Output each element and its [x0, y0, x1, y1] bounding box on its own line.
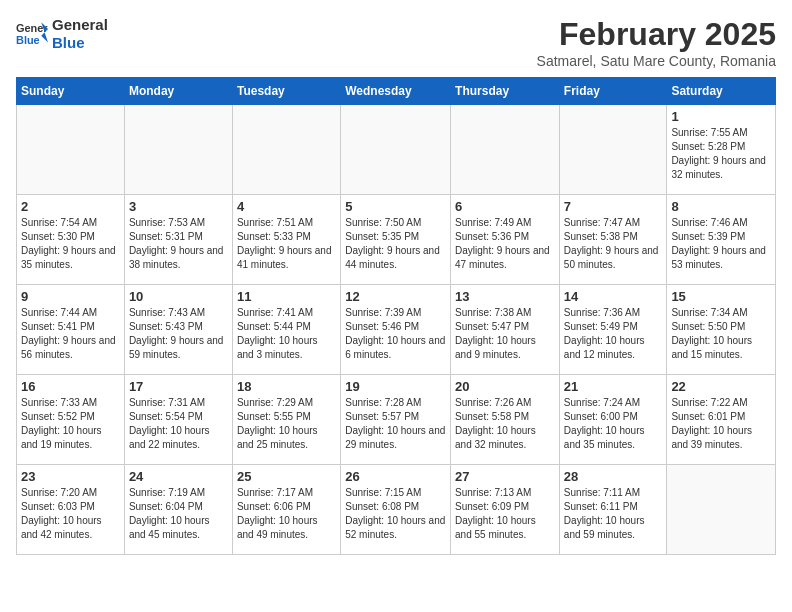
- calendar-cell: [451, 105, 560, 195]
- calendar-cell: 7Sunrise: 7:47 AM Sunset: 5:38 PM Daylig…: [559, 195, 667, 285]
- day-number: 8: [671, 199, 771, 214]
- calendar-cell: 14Sunrise: 7:36 AM Sunset: 5:49 PM Dayli…: [559, 285, 667, 375]
- day-info: Sunrise: 7:36 AM Sunset: 5:49 PM Dayligh…: [564, 306, 663, 362]
- day-number: 7: [564, 199, 663, 214]
- calendar-week-row: 2Sunrise: 7:54 AM Sunset: 5:30 PM Daylig…: [17, 195, 776, 285]
- calendar-cell: 15Sunrise: 7:34 AM Sunset: 5:50 PM Dayli…: [667, 285, 776, 375]
- day-info: Sunrise: 7:20 AM Sunset: 6:03 PM Dayligh…: [21, 486, 120, 542]
- calendar-cell: 2Sunrise: 7:54 AM Sunset: 5:30 PM Daylig…: [17, 195, 125, 285]
- calendar-cell: 9Sunrise: 7:44 AM Sunset: 5:41 PM Daylig…: [17, 285, 125, 375]
- calendar-cell: 10Sunrise: 7:43 AM Sunset: 5:43 PM Dayli…: [124, 285, 232, 375]
- calendar-cell: 17Sunrise: 7:31 AM Sunset: 5:54 PM Dayli…: [124, 375, 232, 465]
- day-number: 24: [129, 469, 228, 484]
- calendar-week-row: 1Sunrise: 7:55 AM Sunset: 5:28 PM Daylig…: [17, 105, 776, 195]
- day-header-saturday: Saturday: [667, 78, 776, 105]
- calendar-cell: [17, 105, 125, 195]
- calendar-cell: [124, 105, 232, 195]
- calendar-title-area: February 2025 Satmarel, Satu Mare County…: [537, 16, 776, 69]
- calendar-cell: 6Sunrise: 7:49 AM Sunset: 5:36 PM Daylig…: [451, 195, 560, 285]
- day-number: 25: [237, 469, 336, 484]
- calendar-cell: [667, 465, 776, 555]
- calendar-cell: 26Sunrise: 7:15 AM Sunset: 6:08 PM Dayli…: [341, 465, 451, 555]
- day-number: 3: [129, 199, 228, 214]
- day-info: Sunrise: 7:19 AM Sunset: 6:04 PM Dayligh…: [129, 486, 228, 542]
- calendar-cell: 20Sunrise: 7:26 AM Sunset: 5:58 PM Dayli…: [451, 375, 560, 465]
- day-number: 22: [671, 379, 771, 394]
- calendar-header-row: SundayMondayTuesdayWednesdayThursdayFrid…: [17, 78, 776, 105]
- calendar-week-row: 9Sunrise: 7:44 AM Sunset: 5:41 PM Daylig…: [17, 285, 776, 375]
- calendar-cell: 18Sunrise: 7:29 AM Sunset: 5:55 PM Dayli…: [232, 375, 340, 465]
- calendar-cell: 3Sunrise: 7:53 AM Sunset: 5:31 PM Daylig…: [124, 195, 232, 285]
- calendar-cell: 19Sunrise: 7:28 AM Sunset: 5:57 PM Dayli…: [341, 375, 451, 465]
- day-header-wednesday: Wednesday: [341, 78, 451, 105]
- logo: General Blue General Blue: [16, 16, 108, 52]
- calendar-cell: 27Sunrise: 7:13 AM Sunset: 6:09 PM Dayli…: [451, 465, 560, 555]
- calendar-cell: 1Sunrise: 7:55 AM Sunset: 5:28 PM Daylig…: [667, 105, 776, 195]
- day-number: 2: [21, 199, 120, 214]
- calendar-subtitle: Satmarel, Satu Mare County, Romania: [537, 53, 776, 69]
- calendar-cell: 23Sunrise: 7:20 AM Sunset: 6:03 PM Dayli…: [17, 465, 125, 555]
- calendar-title: February 2025: [537, 16, 776, 53]
- page-header: General Blue General Blue February 2025 …: [16, 16, 776, 69]
- day-info: Sunrise: 7:11 AM Sunset: 6:11 PM Dayligh…: [564, 486, 663, 542]
- day-header-monday: Monday: [124, 78, 232, 105]
- calendar-cell: 21Sunrise: 7:24 AM Sunset: 6:00 PM Dayli…: [559, 375, 667, 465]
- day-info: Sunrise: 7:24 AM Sunset: 6:00 PM Dayligh…: [564, 396, 663, 452]
- calendar-cell: 12Sunrise: 7:39 AM Sunset: 5:46 PM Dayli…: [341, 285, 451, 375]
- day-number: 17: [129, 379, 228, 394]
- day-number: 1: [671, 109, 771, 124]
- calendar-week-row: 16Sunrise: 7:33 AM Sunset: 5:52 PM Dayli…: [17, 375, 776, 465]
- day-info: Sunrise: 7:17 AM Sunset: 6:06 PM Dayligh…: [237, 486, 336, 542]
- day-number: 4: [237, 199, 336, 214]
- calendar-week-row: 23Sunrise: 7:20 AM Sunset: 6:03 PM Dayli…: [17, 465, 776, 555]
- day-header-sunday: Sunday: [17, 78, 125, 105]
- logo-icon: General Blue: [16, 20, 48, 48]
- day-info: Sunrise: 7:39 AM Sunset: 5:46 PM Dayligh…: [345, 306, 446, 362]
- day-header-thursday: Thursday: [451, 78, 560, 105]
- calendar-cell: 22Sunrise: 7:22 AM Sunset: 6:01 PM Dayli…: [667, 375, 776, 465]
- day-number: 11: [237, 289, 336, 304]
- day-number: 18: [237, 379, 336, 394]
- day-info: Sunrise: 7:22 AM Sunset: 6:01 PM Dayligh…: [671, 396, 771, 452]
- day-number: 10: [129, 289, 228, 304]
- day-number: 23: [21, 469, 120, 484]
- day-info: Sunrise: 7:38 AM Sunset: 5:47 PM Dayligh…: [455, 306, 555, 362]
- day-info: Sunrise: 7:34 AM Sunset: 5:50 PM Dayligh…: [671, 306, 771, 362]
- day-number: 20: [455, 379, 555, 394]
- day-number: 21: [564, 379, 663, 394]
- day-info: Sunrise: 7:41 AM Sunset: 5:44 PM Dayligh…: [237, 306, 336, 362]
- calendar-cell: 13Sunrise: 7:38 AM Sunset: 5:47 PM Dayli…: [451, 285, 560, 375]
- day-info: Sunrise: 7:53 AM Sunset: 5:31 PM Dayligh…: [129, 216, 228, 272]
- day-header-friday: Friday: [559, 78, 667, 105]
- calendar-cell: 24Sunrise: 7:19 AM Sunset: 6:04 PM Dayli…: [124, 465, 232, 555]
- calendar-cell: 5Sunrise: 7:50 AM Sunset: 5:35 PM Daylig…: [341, 195, 451, 285]
- day-info: Sunrise: 7:29 AM Sunset: 5:55 PM Dayligh…: [237, 396, 336, 452]
- day-info: Sunrise: 7:54 AM Sunset: 5:30 PM Dayligh…: [21, 216, 120, 272]
- day-info: Sunrise: 7:49 AM Sunset: 5:36 PM Dayligh…: [455, 216, 555, 272]
- logo-blue-text: Blue: [52, 34, 108, 52]
- day-number: 9: [21, 289, 120, 304]
- day-number: 27: [455, 469, 555, 484]
- day-number: 13: [455, 289, 555, 304]
- day-number: 6: [455, 199, 555, 214]
- calendar-cell: 28Sunrise: 7:11 AM Sunset: 6:11 PM Dayli…: [559, 465, 667, 555]
- calendar-cell: [341, 105, 451, 195]
- day-info: Sunrise: 7:46 AM Sunset: 5:39 PM Dayligh…: [671, 216, 771, 272]
- calendar-table: SundayMondayTuesdayWednesdayThursdayFrid…: [16, 77, 776, 555]
- day-info: Sunrise: 7:50 AM Sunset: 5:35 PM Dayligh…: [345, 216, 446, 272]
- calendar-cell: 11Sunrise: 7:41 AM Sunset: 5:44 PM Dayli…: [232, 285, 340, 375]
- day-info: Sunrise: 7:51 AM Sunset: 5:33 PM Dayligh…: [237, 216, 336, 272]
- calendar-cell: 25Sunrise: 7:17 AM Sunset: 6:06 PM Dayli…: [232, 465, 340, 555]
- logo-general-text: General: [52, 16, 108, 34]
- day-number: 28: [564, 469, 663, 484]
- day-info: Sunrise: 7:47 AM Sunset: 5:38 PM Dayligh…: [564, 216, 663, 272]
- day-number: 19: [345, 379, 446, 394]
- day-number: 15: [671, 289, 771, 304]
- day-info: Sunrise: 7:55 AM Sunset: 5:28 PM Dayligh…: [671, 126, 771, 182]
- day-info: Sunrise: 7:44 AM Sunset: 5:41 PM Dayligh…: [21, 306, 120, 362]
- day-info: Sunrise: 7:33 AM Sunset: 5:52 PM Dayligh…: [21, 396, 120, 452]
- day-number: 12: [345, 289, 446, 304]
- day-number: 5: [345, 199, 446, 214]
- calendar-cell: 16Sunrise: 7:33 AM Sunset: 5:52 PM Dayli…: [17, 375, 125, 465]
- day-info: Sunrise: 7:31 AM Sunset: 5:54 PM Dayligh…: [129, 396, 228, 452]
